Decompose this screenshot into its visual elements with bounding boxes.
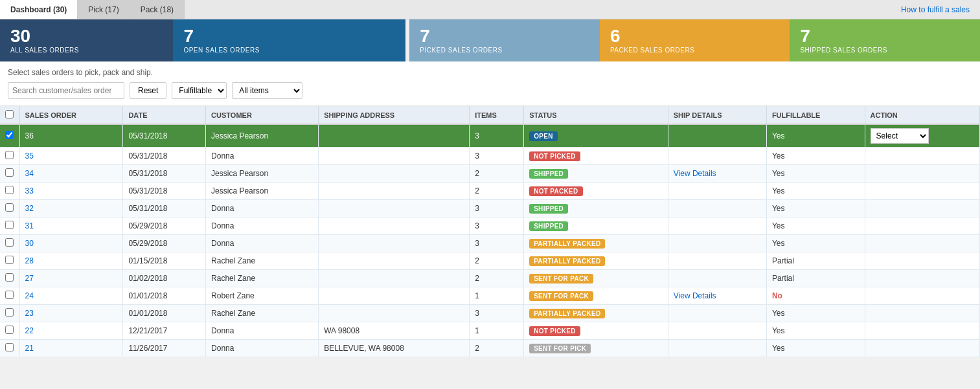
row-shipping-address	[319, 183, 470, 200]
row-status: SENT FOR PACK	[524, 270, 668, 287]
select-all-checkbox[interactable]	[5, 110, 14, 118]
toolbar-controls: Reset Fulfillable All All items Specific…	[8, 82, 972, 99]
row-action	[865, 217, 979, 235]
col-shipping-address: SHIPPING ADDRESS	[319, 106, 470, 124]
row-ship-details	[668, 217, 766, 235]
card-shipped-num: 7	[800, 27, 970, 45]
col-fulfillable: FULFILLABLE	[766, 106, 865, 124]
row-checkbox[interactable]	[5, 308, 14, 317]
card-packed-sales-orders[interactable]: 6 PACKED SALES ORDERS	[600, 19, 790, 61]
row-order-number[interactable]: 22	[19, 322, 123, 340]
row-date: 05/29/2018	[123, 217, 206, 235]
card-all-sales-orders[interactable]: 30 ALL SALES ORDERS	[0, 19, 173, 61]
row-ship-details[interactable]: View Details	[668, 287, 766, 305]
table-row: 3105/29/2018Donna3SHIPPEDYes	[0, 217, 980, 235]
row-items: 1	[470, 322, 524, 340]
row-order-number[interactable]: 23	[19, 305, 123, 322]
row-date: 05/31/2018	[123, 200, 206, 217]
row-date: 01/02/2018	[123, 270, 206, 287]
row-checkbox-cell	[0, 252, 19, 270]
row-status: SENT FOR PICK	[524, 340, 668, 357]
row-customer: Donna	[206, 217, 319, 235]
row-order-number[interactable]: 31	[19, 217, 123, 235]
row-action	[865, 270, 979, 287]
row-order-number[interactable]: 30	[19, 235, 123, 252]
row-ship-details[interactable]: View Details	[668, 165, 766, 183]
row-status: OPEN	[524, 124, 668, 148]
table-row: 2401/01/2018Robert Zane1SENT FOR PACKVie…	[0, 287, 980, 305]
row-shipping-address: BELLEVUE, WA 98008	[319, 340, 470, 357]
row-checkbox-cell	[0, 183, 19, 200]
row-order-number[interactable]: 32	[19, 200, 123, 217]
row-checkbox-cell	[0, 200, 19, 217]
card-all-num: 30	[10, 27, 163, 45]
row-customer: Donna	[206, 235, 319, 252]
fulfillable-filter[interactable]: Fulfillable All	[172, 82, 227, 99]
table-row: 2301/01/2018Rachel Zane3PARTIALLY PACKED…	[0, 305, 980, 322]
row-status: PARTIALLY PACKED	[524, 305, 668, 322]
row-shipping-address	[319, 252, 470, 270]
row-items: 2	[470, 165, 524, 183]
card-open-sales-orders[interactable]: 7 OPEN SALES ORDERS	[173, 19, 405, 61]
col-checkbox	[0, 106, 19, 124]
card-shipped-label: SHIPPED SALES ORDERS	[800, 47, 970, 54]
row-order-number[interactable]: 21	[19, 340, 123, 357]
help-link[interactable]: How to fulfill a sales	[891, 5, 980, 14]
row-checkbox[interactable]	[5, 256, 14, 264]
card-picked-num: 7	[420, 27, 589, 45]
row-ship-details	[668, 340, 766, 357]
row-checkbox[interactable]	[5, 168, 14, 177]
action-select[interactable]: Select	[871, 128, 929, 144]
row-items: 3	[470, 305, 524, 322]
row-checkbox[interactable]	[5, 221, 14, 229]
table-row: 2111/26/2017DonnaBELLEVUE, WA 980082SENT…	[0, 340, 980, 357]
tab-pack[interactable]: Pack (18)	[130, 0, 185, 19]
row-fulfillable: Yes	[766, 340, 865, 357]
row-order-number[interactable]: 28	[19, 252, 123, 270]
row-checkbox[interactable]	[5, 291, 14, 299]
card-packed-num: 6	[610, 27, 780, 45]
row-fulfillable: Partial	[766, 270, 865, 287]
row-checkbox[interactable]	[5, 238, 14, 247]
row-shipping-address	[319, 217, 470, 235]
col-customer: CUSTOMER	[206, 106, 319, 124]
row-checkbox[interactable]	[5, 151, 14, 159]
row-status: SENT FOR PACK	[524, 287, 668, 305]
row-checkbox[interactable]	[5, 273, 14, 282]
col-ship-details: SHIP DETAILS	[668, 106, 766, 124]
row-action	[865, 287, 979, 305]
row-checkbox[interactable]	[5, 186, 14, 194]
row-shipping-address	[319, 305, 470, 322]
row-checkbox-cell	[0, 124, 19, 148]
row-fulfillable: Yes	[766, 183, 865, 200]
row-checkbox[interactable]	[5, 326, 14, 334]
items-filter[interactable]: All items Specific items	[232, 82, 302, 99]
row-fulfillable: Partial	[766, 252, 865, 270]
row-date: 01/15/2018	[123, 252, 206, 270]
row-status: SHIPPED	[524, 165, 668, 183]
card-picked-sales-orders[interactable]: 7 PICKED SALES ORDERS	[409, 19, 600, 61]
search-input[interactable]	[8, 82, 124, 99]
row-order-number[interactable]: 24	[19, 287, 123, 305]
row-status: SHIPPED	[524, 217, 668, 235]
card-open-num: 7	[183, 27, 395, 45]
row-order-number[interactable]: 36	[19, 124, 123, 148]
row-order-number[interactable]: 33	[19, 183, 123, 200]
row-checkbox[interactable]	[5, 343, 14, 351]
row-checkbox-cell	[0, 235, 19, 252]
row-order-number[interactable]: 35	[19, 148, 123, 165]
row-order-number[interactable]: 34	[19, 165, 123, 183]
top-navigation: Dashboard (30) Pick (17) Pack (18) How t…	[0, 0, 980, 19]
card-shipped-sales-orders[interactable]: 7 SHIPPED SALES ORDERS	[790, 19, 980, 61]
tab-pick[interactable]: Pick (17)	[78, 0, 130, 19]
row-ship-details	[668, 124, 766, 148]
row-fulfillable: Yes	[766, 305, 865, 322]
row-fulfillable: Yes	[766, 200, 865, 217]
row-checkbox[interactable]	[5, 131, 14, 139]
row-checkbox-cell	[0, 165, 19, 183]
tab-dashboard[interactable]: Dashboard (30)	[0, 0, 78, 19]
row-order-number[interactable]: 27	[19, 270, 123, 287]
row-fulfillable: Yes	[766, 322, 865, 340]
reset-button[interactable]: Reset	[130, 82, 166, 99]
row-checkbox[interactable]	[5, 203, 14, 212]
